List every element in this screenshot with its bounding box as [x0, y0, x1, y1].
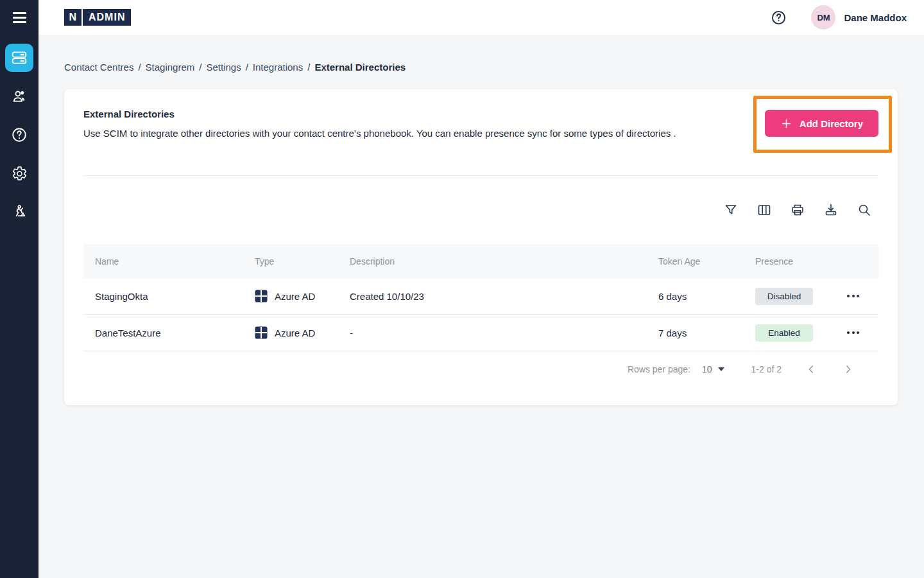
cell-type: Azure AD	[243, 326, 338, 339]
table-toolbar	[64, 176, 898, 244]
cell-token-age: 7 days	[647, 328, 744, 338]
breadcrumb-link-integrations[interactable]: Integrations	[253, 62, 303, 73]
rows-per-page-label: Rows per page:	[628, 364, 690, 374]
next-page-button[interactable]	[841, 362, 856, 377]
column-header-description: Description	[338, 256, 647, 267]
cell-presence: Enabled	[744, 324, 828, 342]
cell-description: Created 10/10/23	[338, 291, 647, 302]
pagination-range: 1-2 of 2	[751, 364, 782, 374]
page-description: Use SCIM to integrate other directories …	[83, 128, 878, 139]
breadcrumb-current: External Directories	[314, 62, 406, 73]
panel-header: External Directories Use SCIM to integra…	[64, 89, 898, 175]
help-button[interactable]	[771, 10, 787, 26]
page-title: External Directories	[83, 109, 878, 119]
cell-type-label: Azure AD	[275, 291, 315, 302]
view-columns-button[interactable]	[757, 202, 772, 218]
breadcrumb-separator: /	[246, 62, 248, 73]
cell-actions	[828, 328, 878, 338]
search-icon	[857, 202, 872, 218]
users-icon	[11, 88, 28, 105]
hamburger-menu-button[interactable]	[0, 0, 38, 35]
cell-actions	[828, 291, 878, 301]
sidebar-item-directories[interactable]	[5, 44, 33, 72]
filter-icon	[723, 202, 739, 218]
top-header: N ADMIN DM Dane Maddox	[38, 0, 924, 35]
download-icon	[823, 202, 839, 218]
sidebar-item-help[interactable]	[5, 121, 33, 149]
logo-admin: ADMIN	[83, 9, 131, 26]
filter-button[interactable]	[723, 202, 739, 218]
cell-presence: Disabled	[744, 288, 828, 305]
directories-table: Name Type Description Token Age Presence…	[83, 244, 878, 351]
chevron-left-icon	[805, 363, 817, 376]
column-header-presence: Presence	[744, 256, 828, 267]
breadcrumb: Contact Centres/Stagingrem/Settings/Inte…	[64, 62, 924, 73]
breadcrumb-link-stagingrem[interactable]: Stagingrem	[146, 62, 195, 73]
row-actions-button[interactable]	[844, 328, 862, 338]
table-row: StagingOkta Azure AD Created 10/10/23 6 …	[83, 278, 878, 315]
external-directories-panel: External Directories Use SCIM to integra…	[64, 89, 898, 405]
add-directory-button[interactable]: Add Directory	[765, 110, 878, 137]
chevron-right-icon	[842, 363, 855, 376]
search-button[interactable]	[857, 202, 872, 218]
status-badge: Disabled	[755, 288, 813, 305]
sidebar-item-users[interactable]	[5, 82, 33, 110]
pagination: Rows per page: 10 1-2 of 2	[64, 351, 898, 387]
cell-type-label: Azure AD	[275, 328, 315, 338]
previous-page-button[interactable]	[803, 362, 819, 377]
avatar[interactable]: DM	[811, 5, 835, 30]
cell-type: Azure AD	[243, 290, 338, 302]
sidebar	[0, 0, 38, 578]
cell-token-age: 6 days	[647, 291, 744, 302]
azure-ad-icon	[255, 290, 268, 302]
cell-name: StagingOkta	[83, 291, 243, 302]
cell-name: DaneTestAzure	[83, 328, 243, 338]
chevron-down-icon	[718, 367, 724, 371]
gear-icon	[12, 166, 28, 182]
breadcrumb-separator: /	[199, 62, 201, 73]
table-header-row: Name Type Description Token Age Presence	[83, 244, 878, 278]
rows-per-page-select[interactable]: 10	[702, 364, 724, 374]
breadcrumb-separator: /	[138, 62, 141, 73]
breadcrumb-separator: /	[307, 62, 310, 73]
table-row: DaneTestAzure Azure AD - 7 days Enabled	[83, 315, 878, 351]
logo-n: N	[64, 9, 81, 26]
breadcrumb-link-settings[interactable]: Settings	[206, 62, 241, 73]
azure-ad-icon	[255, 326, 268, 339]
app-logo: N ADMIN	[64, 9, 131, 26]
column-header-type: Type	[243, 256, 338, 267]
sidebar-item-settings[interactable]	[5, 159, 33, 188]
download-button[interactable]	[823, 202, 839, 218]
column-header-name: Name	[83, 256, 243, 267]
breadcrumb-link-contact-centres[interactable]: Contact Centres	[64, 62, 133, 73]
help-circle-icon	[771, 10, 787, 26]
construction-icon	[11, 204, 28, 220]
row-actions-button[interactable]	[844, 291, 862, 301]
view-columns-icon	[757, 202, 772, 218]
user-name: Dane Maddox	[844, 12, 907, 23]
plus-icon	[780, 118, 792, 130]
server-stack-icon	[11, 49, 28, 66]
add-directory-label: Add Directory	[800, 118, 863, 129]
print-button[interactable]	[790, 202, 805, 218]
print-icon	[790, 202, 805, 218]
sidebar-nav	[0, 35, 38, 226]
column-header-token-age: Token Age	[647, 256, 744, 267]
status-badge: Enabled	[755, 324, 813, 342]
help-circle-icon	[11, 127, 28, 143]
rows-per-page-value: 10	[702, 364, 712, 374]
sidebar-item-roadworks[interactable]	[5, 198, 33, 226]
cell-description: -	[338, 328, 647, 338]
main-content: Contact Centres/Stagingrem/Settings/Inte…	[38, 35, 924, 578]
